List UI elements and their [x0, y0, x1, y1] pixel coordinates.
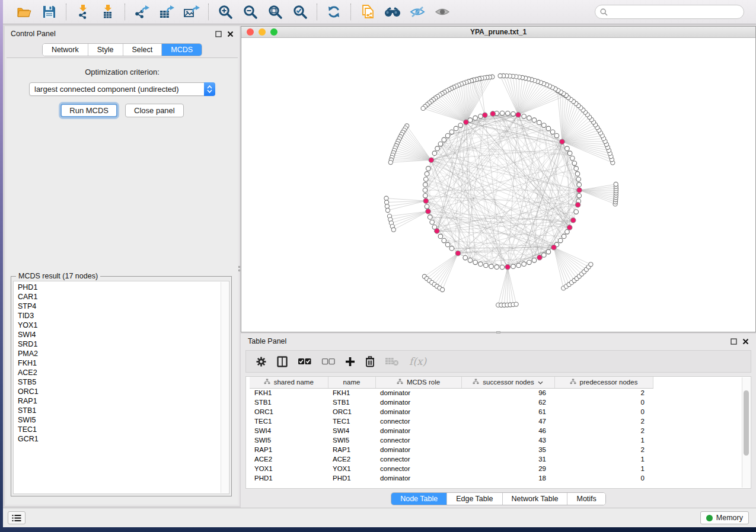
mcds-result-item[interactable]: TID3: [18, 311, 229, 321]
mcds-result-item[interactable]: PHD1: [18, 283, 229, 292]
cell-predecessor-nodes[interactable]: 1: [554, 454, 653, 464]
trash-icon[interactable]: [365, 356, 375, 367]
tab-edge-table[interactable]: Edge Table: [447, 493, 502, 505]
float-table-panel-icon[interactable]: [731, 338, 737, 345]
import-table-button[interactable]: [97, 2, 119, 21]
cell-name[interactable]: STB1: [328, 398, 375, 407]
export-network-button[interactable]: [131, 2, 152, 21]
float-panel-icon[interactable]: [215, 31, 222, 37]
columns-icon[interactable]: [277, 356, 288, 367]
table-row[interactable]: FKH1FKH1dominator962: [250, 388, 653, 398]
cell-name[interactable]: ACE2: [328, 454, 375, 464]
table-row[interactable]: TEC1TEC1connector472: [250, 416, 653, 426]
table-row[interactable]: ACE2ACE2connector311: [250, 454, 653, 464]
tab-motifs[interactable]: Motifs: [567, 493, 605, 505]
table-row[interactable]: PHD1PHD1dominator180: [250, 473, 653, 483]
column-header-predecessor-nodes[interactable]: predecessor nodes: [554, 377, 653, 388]
column-header-shared-name[interactable]: shared name: [250, 377, 328, 388]
cell-MCDS-role[interactable]: dominator: [375, 473, 461, 483]
select-all-icon[interactable]: [298, 357, 311, 366]
show-all-button[interactable]: [432, 2, 453, 21]
cell-predecessor-nodes[interactable]: 1: [554, 464, 653, 473]
column-header-successor-nodes[interactable]: successor nodes: [461, 377, 554, 388]
cell-predecessor-nodes[interactable]: 2: [554, 416, 653, 426]
table-row[interactable]: YOX1YOX1connector291: [250, 464, 653, 473]
task-history-button[interactable]: [8, 511, 25, 524]
cell-shared-name[interactable]: RAP1: [250, 445, 328, 454]
table-row[interactable]: ORC1ORC1dominator610: [250, 407, 653, 416]
mcds-result-item[interactable]: SRD1: [18, 339, 229, 349]
cell-successor-nodes[interactable]: 18: [461, 473, 554, 483]
network-canvas[interactable]: [241, 38, 755, 332]
tab-network-table[interactable]: Network Table: [503, 493, 568, 505]
tab-network[interactable]: Network: [43, 44, 88, 56]
cell-predecessor-nodes[interactable]: 0: [554, 398, 653, 407]
tab-style[interactable]: Style: [88, 44, 123, 56]
zoom-selected-button[interactable]: [289, 2, 311, 21]
cell-MCDS-role[interactable]: dominator: [375, 445, 461, 454]
cell-name[interactable]: SWI4: [328, 426, 375, 435]
tab-select[interactable]: Select: [123, 44, 162, 56]
mcds-result-item[interactable]: ORC1: [18, 387, 229, 396]
node-table[interactable]: shared namenameMCDS rolesuccessor nodesp…: [245, 376, 751, 489]
cell-predecessor-nodes[interactable]: 2: [554, 388, 653, 398]
table-scrollbar[interactable]: [742, 377, 750, 488]
cell-successor-nodes[interactable]: 61: [461, 407, 554, 416]
cell-MCDS-role[interactable]: connector: [375, 464, 461, 473]
close-panel-icon[interactable]: [227, 31, 234, 37]
cell-shared-name[interactable]: YOX1: [250, 464, 328, 473]
mcds-result-item[interactable]: ACE2: [18, 368, 229, 377]
close-panel-button[interactable]: Close panel: [125, 104, 184, 117]
mcds-result-item[interactable]: FKH1: [18, 358, 229, 368]
open-file-button[interactable]: [14, 2, 35, 21]
criterion-select[interactable]: largest connected component (undirected): [29, 82, 215, 96]
mcds-result-item[interactable]: YOX1: [18, 321, 229, 330]
gear-icon[interactable]: [256, 356, 267, 367]
cell-shared-name[interactable]: SWI5: [250, 435, 328, 445]
network-window-titlebar[interactable]: YPA_prune.txt_1: [241, 27, 755, 38]
deselect-all-icon[interactable]: [321, 357, 335, 366]
cell-MCDS-role[interactable]: connector: [375, 435, 461, 445]
cell-name[interactable]: YOX1: [328, 464, 375, 473]
import-network-button[interactable]: [72, 2, 94, 21]
cell-name[interactable]: FKH1: [328, 388, 375, 398]
mcds-result-item[interactable]: STP4: [18, 302, 229, 311]
cell-predecessor-nodes[interactable]: 2: [554, 426, 653, 435]
mcds-result-item[interactable]: RAP1: [18, 396, 229, 406]
cell-successor-nodes[interactable]: 29: [461, 464, 554, 473]
cell-name[interactable]: PHD1: [328, 473, 375, 483]
zoom-fit-button[interactable]: [264, 2, 286, 21]
run-mcds-button[interactable]: Run MCDS: [60, 104, 117, 117]
cell-MCDS-role[interactable]: connector: [375, 454, 461, 464]
copy-style-button[interactable]: [357, 2, 378, 21]
cell-name[interactable]: RAP1: [328, 445, 375, 454]
export-image-button[interactable]: [181, 2, 202, 21]
mcds-result-item[interactable]: STB1: [18, 406, 229, 415]
mcds-result-item[interactable]: SWI5: [18, 415, 229, 425]
cell-name[interactable]: ORC1: [328, 407, 375, 416]
table-row[interactable]: RAP1RAP1dominator352: [250, 445, 653, 454]
cell-shared-name[interactable]: ACE2: [250, 454, 328, 464]
cell-shared-name[interactable]: FKH1: [250, 388, 328, 398]
mcds-result-list[interactable]: PHD1CAR1STP4TID3YOX1SWI4SRD1PMA2FKH1ACE2…: [13, 281, 229, 494]
mcds-result-item[interactable]: GCR1: [18, 434, 229, 444]
save-session-button[interactable]: [39, 2, 60, 21]
cell-successor-nodes[interactable]: 31: [461, 454, 554, 464]
add-icon[interactable]: [345, 357, 355, 367]
cell-shared-name[interactable]: ORC1: [250, 407, 328, 416]
mcds-result-item[interactable]: STB5: [18, 377, 229, 387]
refresh-layout-button[interactable]: [323, 2, 344, 21]
cell-shared-name[interactable]: STB1: [250, 398, 328, 407]
cell-successor-nodes[interactable]: 43: [461, 435, 554, 445]
table-row[interactable]: STB1STB1dominator620: [250, 398, 653, 407]
search-input[interactable]: [611, 8, 739, 16]
cell-successor-nodes[interactable]: 47: [461, 416, 554, 426]
cell-predecessor-nodes[interactable]: 1: [554, 435, 653, 445]
table-row[interactable]: SWI4SWI4dominator462: [250, 426, 653, 435]
search-box[interactable]: [595, 5, 744, 19]
cell-predecessor-nodes[interactable]: 0: [554, 473, 653, 483]
cell-MCDS-role[interactable]: dominator: [375, 398, 461, 407]
hide-selected-button[interactable]: [407, 2, 428, 21]
search-network-button[interactable]: [382, 2, 403, 21]
close-table-panel-icon[interactable]: [742, 338, 749, 345]
